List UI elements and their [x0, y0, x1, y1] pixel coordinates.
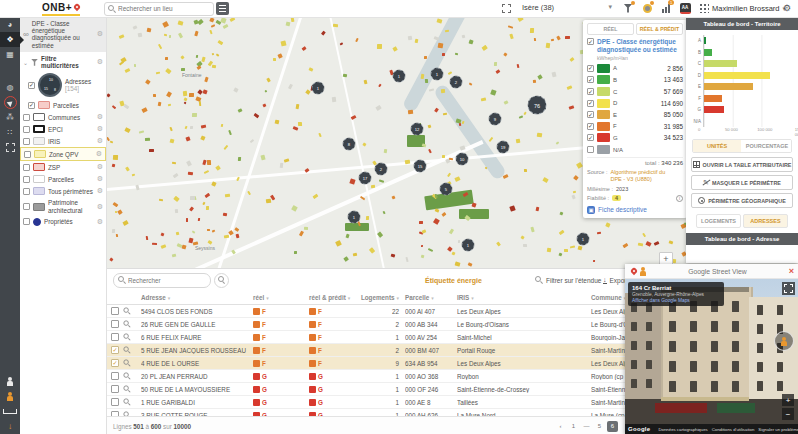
- mask-perimeter-button[interactable]: ✎MASQUER LE PÉRIMÈTRE: [691, 175, 793, 190]
- layer-item-tous-p-rim-tres[interactable]: Tous périmètres⚙: [20, 185, 106, 197]
- row-checkbox[interactable]: [111, 398, 119, 406]
- gear-icon[interactable]: ⚙: [97, 113, 103, 121]
- zoom-out-button[interactable]: −: [782, 408, 794, 420]
- cluster-marker[interactable]: 1: [348, 211, 361, 224]
- checkbox-checked[interactable]: [28, 82, 35, 89]
- row-checkbox[interactable]: [111, 307, 119, 315]
- row-checkbox[interactable]: [111, 333, 119, 341]
- col-reel[interactable]: réel▾: [253, 294, 309, 301]
- filters-button[interactable]: [622, 2, 634, 14]
- zoom-to-row-icon[interactable]: [123, 346, 130, 353]
- gear-icon[interactable]: ⚙: [97, 218, 103, 226]
- layer-item-zone-qpv[interactable]: Zone QPV⚙: [20, 147, 106, 161]
- gear-icon[interactable]: ⚙: [97, 175, 103, 183]
- col-adresse[interactable]: Adresse▾: [141, 294, 253, 301]
- layer-item-patrimoine-architectural[interactable]: Patrimoine architectural⚙: [20, 197, 106, 215]
- row-checkbox[interactable]: [111, 346, 119, 354]
- table-search-input[interactable]: [126, 276, 196, 285]
- class-checkbox[interactable]: [587, 76, 594, 83]
- cluster-marker[interactable]: 8: [343, 138, 356, 151]
- checkbox-unchecked[interactable]: [23, 188, 30, 195]
- row-checkbox[interactable]: [111, 385, 119, 393]
- zoom-to-row-icon[interactable]: [123, 359, 130, 366]
- gear-icon[interactable]: ⚙: [97, 203, 103, 211]
- zoom-to-row-icon[interactable]: [123, 398, 130, 405]
- cluster-marker[interactable]: 10: [456, 153, 469, 166]
- layer-item-communes[interactable]: Communes⚙: [20, 111, 106, 123]
- app-logo[interactable]: ONB+: [42, 2, 80, 16]
- zoom-in-button[interactable]: +: [782, 394, 794, 406]
- scale-tool[interactable]: [0, 404, 20, 419]
- layer-item-zsp[interactable]: ZSP⚙: [20, 161, 106, 173]
- checkbox-unchecked[interactable]: [23, 114, 30, 121]
- zoom-to-row-icon[interactable]: [123, 385, 130, 392]
- chart-bar[interactable]: [704, 49, 712, 56]
- checkbox-unchecked[interactable]: [23, 176, 30, 183]
- page-button-‹[interactable]: ‹: [555, 421, 566, 432]
- checkbox-unchecked[interactable]: [23, 203, 30, 210]
- col-logements[interactable]: Logements▾: [367, 294, 405, 301]
- checkbox-unchecked[interactable]: [23, 126, 30, 133]
- open-in-maps-link[interactable]: Afficher dans Google Maps: [632, 298, 720, 303]
- open-attribute-table-button[interactable]: OUVRIR LA TABLE ATTRIBUTAIRE: [691, 157, 793, 172]
- expand-map-icon[interactable]: [502, 4, 511, 13]
- tab-reel-predit[interactable]: RÉEL & PRÉDIT: [636, 23, 683, 35]
- streetview-pegman-tool[interactable]: [0, 374, 20, 389]
- zoom-to-row-icon[interactable]: [123, 320, 130, 327]
- alerts-button[interactable]: [641, 2, 653, 14]
- street-view-photo[interactable]: 164 Cr Berriat Grenoble, Auvergne-Rhône-…: [625, 279, 798, 424]
- pegman-drop-tool[interactable]: [0, 389, 20, 404]
- region-select[interactable]: Isère (38)▾: [522, 3, 612, 12]
- table-search[interactable]: [113, 273, 211, 288]
- zoom-to-row-icon[interactable]: [123, 372, 130, 379]
- fiche-descriptive-link[interactable]: ▣ Fiche descriptive: [587, 206, 683, 214]
- class-checkbox[interactable]: [587, 134, 594, 141]
- cluster-marker[interactable]: 12: [411, 123, 424, 136]
- class-checkbox[interactable]: [587, 123, 594, 130]
- cluster-tool[interactable]: ⁂: [0, 110, 20, 125]
- gear-icon[interactable]: ⚙: [97, 187, 103, 195]
- advanced-search-button[interactable]: [214, 273, 229, 288]
- settings-gear-icon[interactable]: ⚙: [783, 3, 791, 13]
- col-parcelle[interactable]: Parcelle▾: [405, 294, 457, 301]
- row-checkbox[interactable]: [111, 372, 119, 380]
- map-pin-icon[interactable]: [630, 267, 638, 275]
- units-segment[interactable]: UNITÉS: [693, 140, 741, 152]
- col-reel-predit[interactable]: réel & prédit▾: [309, 294, 367, 301]
- chevron-icon[interactable]: ⌄: [23, 59, 28, 66]
- cluster-marker[interactable]: 1: [431, 68, 444, 81]
- gear-icon[interactable]: ⚙: [97, 137, 103, 145]
- layer-item-iris[interactable]: IRIS⚙: [20, 135, 106, 147]
- cluster-marker[interactable]: 5: [440, 183, 453, 196]
- class-checkbox[interactable]: [587, 100, 594, 107]
- class-checkbox[interactable]: [587, 88, 594, 95]
- page-button-5[interactable]: 5: [594, 421, 605, 432]
- chart-bar[interactable]: [704, 37, 706, 44]
- cluster-marker[interactable]: 1: [462, 239, 475, 252]
- layers-tool[interactable]: ❖: [0, 32, 20, 47]
- filter-extent-button[interactable]: Filtrer sur l'étendue: [535, 276, 601, 284]
- cluster-marker[interactable]: 19: [497, 141, 510, 154]
- attribution-link[interactable]: Données cartographiques: [658, 427, 707, 432]
- class-checkbox[interactable]: [587, 111, 594, 118]
- chart-bar[interactable]: [704, 106, 724, 113]
- cluster-marker[interactable]: 1: [393, 70, 406, 83]
- cluster-marker[interactable]: 1: [312, 82, 325, 95]
- layer-item-propri-t-s[interactable]: Propriétés⚙: [20, 216, 106, 228]
- percent-segment[interactable]: POURCENTAGE: [743, 140, 791, 152]
- checkbox-checked[interactable]: [28, 102, 35, 109]
- row-checkbox[interactable]: [111, 359, 119, 367]
- place-search-input[interactable]: [116, 4, 200, 13]
- zoom-to-row-icon[interactable]: [123, 333, 130, 340]
- search-settings-button[interactable]: [216, 2, 229, 15]
- chart-bar[interactable]: [704, 95, 722, 102]
- tab-reel[interactable]: RÉEL: [587, 23, 634, 35]
- grid-tool[interactable]: ▦: [0, 47, 20, 62]
- globe-tool[interactable]: ◍: [0, 80, 20, 95]
- attribution-link[interactable]: Conditions d'utilisation: [712, 427, 755, 432]
- gear-icon[interactable]: ⚙: [97, 125, 103, 133]
- stats-button[interactable]: 1: [660, 2, 672, 14]
- class-checkbox[interactable]: [587, 146, 594, 153]
- pie-chart-tool[interactable]: ◕: [0, 17, 20, 32]
- chart-bar[interactable]: [704, 72, 770, 79]
